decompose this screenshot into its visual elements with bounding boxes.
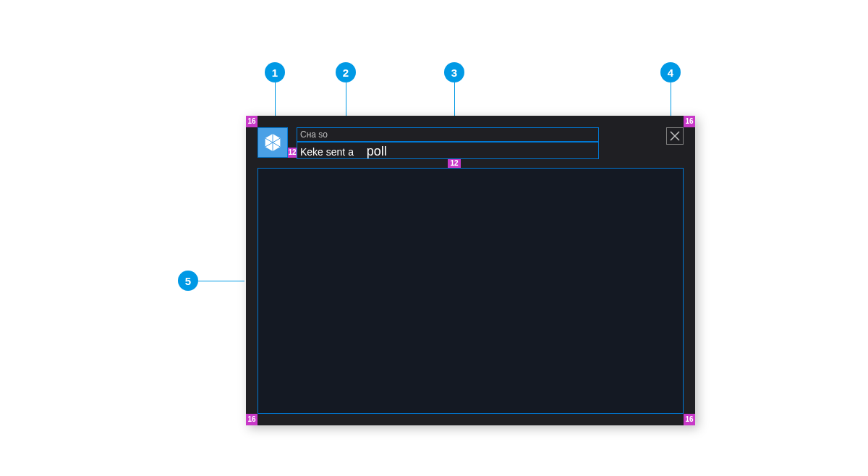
gap-marker-vertical: 12 <box>448 159 461 168</box>
gap-marker-horizontal: 12 <box>288 148 297 158</box>
callout-4: 4 <box>660 62 681 82</box>
callout-5: 5 <box>178 271 198 291</box>
callout-5-leader <box>198 281 244 281</box>
toast-message-emphasis: poll <box>367 144 387 158</box>
toast-inner: 12 Cна so Keke sent a poll 12 <box>258 127 684 414</box>
toast-message-prefix: Keke sent a <box>300 146 354 158</box>
app-icon <box>258 127 288 158</box>
callout-4-leader <box>671 82 671 116</box>
callout-1: 1 <box>265 62 285 82</box>
padding-marker-top-right: 16 <box>684 116 695 127</box>
callout-1-leader <box>275 82 276 116</box>
padding-marker-top-left: 16 <box>246 116 258 127</box>
close-icon <box>669 130 681 142</box>
callout-3: 3 <box>444 62 464 82</box>
toast-message: Keke sent a poll <box>297 142 599 159</box>
padding-marker-bottom-left: 16 <box>246 414 258 425</box>
toast-card: 16 16 16 16 12 <box>246 116 695 425</box>
close-button[interactable] <box>666 127 684 145</box>
callout-2: 2 <box>336 62 356 82</box>
toast-content-area <box>258 168 684 414</box>
padding-marker-bottom-right: 16 <box>684 414 695 425</box>
toast-title: Cна so <box>297 127 599 142</box>
